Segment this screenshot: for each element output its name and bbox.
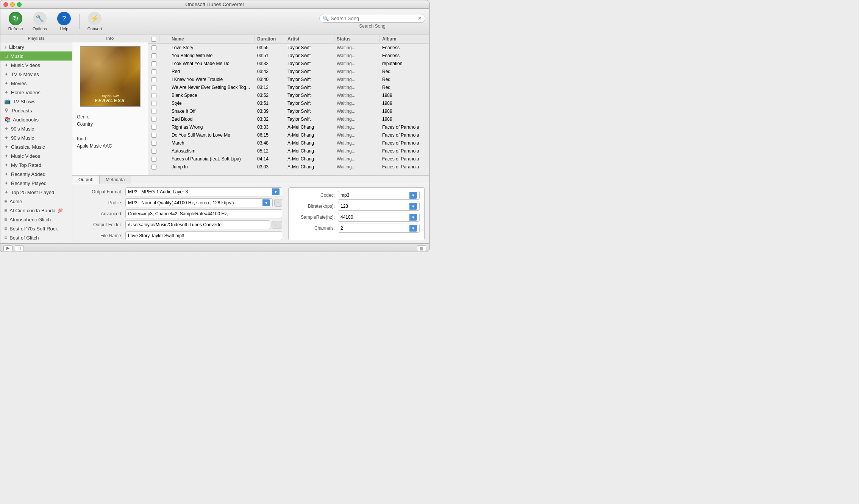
row-checkbox-10[interactable] bbox=[148, 124, 159, 131]
codec-arrow[interactable]: ▼ bbox=[409, 192, 417, 199]
profile-minus-button[interactable]: − bbox=[274, 199, 282, 207]
tab-output[interactable]: Output: bbox=[72, 176, 100, 184]
table-row[interactable]: Do You Still Want to Love Me 06:15 A-Mei… bbox=[148, 131, 429, 139]
sidebar-item-audiobooks[interactable]: 📚Audiobooks bbox=[0, 115, 72, 124]
advanced-control bbox=[125, 209, 282, 218]
sidebar-item-recently-added[interactable]: ✦Recently Added bbox=[0, 170, 72, 179]
table-row[interactable]: Right as Wrong 03:33 A-Mei Chang Waiting… bbox=[148, 123, 429, 131]
sidebar-label-library: Library bbox=[9, 44, 24, 50]
samplerate-select[interactable]: 44100 ▼ bbox=[338, 213, 420, 222]
codec-select[interactable]: mp3 ▼ bbox=[338, 191, 420, 200]
row-checkbox-7[interactable] bbox=[148, 100, 159, 107]
pause-button[interactable]: ⏸ bbox=[15, 245, 24, 251]
bars-button[interactable]: ||| bbox=[417, 245, 426, 251]
table-row[interactable]: Red 03:43 Taylor Swift Waiting... Red bbox=[148, 68, 429, 76]
table-row[interactable]: Bad Blood 03:32 Taylor Swift Waiting... … bbox=[148, 115, 429, 123]
sidebar-item-adele[interactable]: ≡Adele bbox=[0, 197, 72, 206]
table-row[interactable]: Look What You Made Me Do 03:32 Taylor Sw… bbox=[148, 60, 429, 68]
row-checkbox-3[interactable] bbox=[148, 68, 159, 75]
sidebar-icon-my-top-rated: ✦ bbox=[4, 162, 9, 168]
sidebar-item-top-25[interactable]: ✦Top 25 Most Played bbox=[0, 188, 72, 197]
row-checkbox-14[interactable] bbox=[148, 156, 159, 163]
row-artist-12: A-Mei Chang bbox=[285, 139, 334, 147]
maximize-button[interactable] bbox=[17, 2, 22, 7]
sidebar-item-best-glitch[interactable]: ≡Best of Glitch bbox=[0, 233, 72, 242]
bitrate-select[interactable]: 128 ▼ bbox=[338, 202, 420, 211]
output-format-select[interactable]: MP3 - MPEG-1 Audio Layer 3 ▼ bbox=[125, 187, 282, 196]
content-top: Info Taylor Swift FEARLESS Genre Country… bbox=[72, 34, 429, 175]
sidebar-item-al-cien[interactable]: ≡Al Cien con la Banda💯 bbox=[0, 206, 72, 215]
bitrate-arrow[interactable]: ▼ bbox=[409, 203, 417, 210]
sidebar-item-my-top-rated[interactable]: ✦My Top Rated bbox=[0, 160, 72, 170]
browse-button[interactable]: ... bbox=[272, 221, 282, 229]
table-row[interactable]: We Are Never Ever Getting Back Tog... 03… bbox=[148, 84, 429, 92]
sidebar-item-90s-music[interactable]: ✦90's Music bbox=[0, 124, 72, 133]
filename-input[interactable] bbox=[125, 231, 282, 240]
minimize-button[interactable] bbox=[10, 2, 15, 7]
sidebar-item-tv-shows[interactable]: 📺TV Shows bbox=[0, 97, 72, 106]
channels-select[interactable]: 2 ▼ bbox=[338, 224, 420, 233]
sidebar-item-brad-paisley[interactable]: ≡Brad Paisley - Love and Wa bbox=[0, 242, 72, 243]
table-row[interactable]: Shake It Off 03:39 Taylor Swift Waiting.… bbox=[148, 107, 429, 115]
row-checkbox-6[interactable] bbox=[148, 92, 159, 99]
sidebar-item-classical-music[interactable]: ✦Classical Music bbox=[0, 142, 72, 151]
sidebar-item-music-videos[interactable]: ✦Music Videos bbox=[0, 61, 72, 70]
help-button[interactable]: ? Help bbox=[53, 10, 75, 33]
sidebar-item-best-70s[interactable]: ≡Best of '70s Soft Rock bbox=[0, 224, 72, 233]
channels-arrow[interactable]: ▼ bbox=[409, 225, 417, 232]
sidebar-item-home-videos[interactable]: ✦Home Videos bbox=[0, 88, 72, 97]
profile-arrow[interactable]: ▼ bbox=[262, 199, 270, 206]
search-clear-icon[interactable]: ✕ bbox=[418, 16, 422, 21]
table-row[interactable]: Love Story 03:55 Taylor Swift Waiting...… bbox=[148, 44, 429, 52]
row-checkbox-9[interactable] bbox=[148, 116, 159, 123]
filename-control bbox=[125, 231, 282, 240]
row-checkbox-2[interactable] bbox=[148, 60, 159, 67]
table-row[interactable]: I Knew You Were Trouble 03:40 Taylor Swi… bbox=[148, 76, 429, 84]
sidebar-item-podcasts[interactable]: 🎙Podcasts bbox=[0, 106, 72, 115]
row-checkbox-0[interactable] bbox=[148, 44, 159, 51]
convert-button[interactable]: ⚡ Convert bbox=[83, 10, 106, 33]
row-num-9 bbox=[159, 118, 169, 120]
select-all-checkbox[interactable] bbox=[151, 37, 156, 42]
sidebar-item-movies[interactable]: ✦Movies bbox=[0, 79, 72, 88]
options-button[interactable]: 🔧 Options bbox=[28, 10, 51, 33]
table-row[interactable]: Blank Space 03:52 Taylor Swift Waiting..… bbox=[148, 92, 429, 100]
output-format-arrow[interactable]: ▼ bbox=[272, 188, 280, 195]
row-checkbox-5[interactable] bbox=[148, 84, 159, 91]
tab-metadata[interactable]: Metadata bbox=[100, 176, 131, 184]
table-row[interactable]: Style 03:51 Taylor Swift Waiting... 1989 bbox=[148, 100, 429, 107]
advanced-input[interactable] bbox=[125, 209, 282, 218]
table-row[interactable]: March 03:48 A-Mei Chang Waiting... Faces… bbox=[148, 139, 429, 147]
profile-select[interactable]: MP3 - Normal Quality( 44100 Hz, stereo ,… bbox=[125, 198, 273, 207]
play-button[interactable]: ▶ bbox=[3, 245, 12, 251]
sidebar-item-atmospheric-glitch[interactable]: ≡Atmospheric Glitch bbox=[0, 215, 72, 224]
row-checkbox-8[interactable] bbox=[148, 108, 159, 115]
sidebar-item-music-videos-2[interactable]: ✦Music Videos bbox=[0, 151, 72, 160]
row-checkbox-1[interactable] bbox=[148, 52, 159, 59]
row-status-9: Waiting... bbox=[334, 115, 380, 123]
row-checkbox-4[interactable] bbox=[148, 76, 159, 83]
table-row[interactable]: You Belong With Me 03:51 Taylor Swift Wa… bbox=[148, 52, 429, 60]
row-num-2 bbox=[159, 62, 169, 65]
row-checkbox-12[interactable] bbox=[148, 140, 159, 147]
samplerate-arrow[interactable]: ▼ bbox=[409, 214, 417, 221]
sidebar-item-tv-movies[interactable]: ✦TV & Movies bbox=[0, 70, 72, 79]
folder-input[interactable] bbox=[125, 220, 270, 229]
sidebar-item-music[interactable]: ♫Music bbox=[0, 51, 72, 61]
table-header: Name Duration Artist Status Album bbox=[148, 34, 429, 44]
sidebar-item-recently-played[interactable]: ✦Recently Played bbox=[0, 179, 72, 188]
sidebar-item-90s-music-2[interactable]: ✦90's Music bbox=[0, 133, 72, 142]
refresh-button[interactable]: ↻ Refresh bbox=[4, 10, 27, 33]
row-checkbox-11[interactable] bbox=[148, 132, 159, 139]
sidebar-icon-music-videos: ✦ bbox=[4, 62, 9, 68]
table-row[interactable]: Faces of Paranoia (feat. Soft Lipa) 04:1… bbox=[148, 155, 429, 163]
bottom-left-panel: Output Format: MP3 - MPEG-1 Audio Layer … bbox=[77, 187, 282, 240]
sidebar-item-library[interactable]: ♪Library bbox=[0, 42, 72, 51]
search-input[interactable] bbox=[331, 16, 416, 21]
table-row[interactable]: Jump In 03:03 A-Mei Chang Waiting... Fac… bbox=[148, 163, 429, 171]
row-checkbox-13[interactable] bbox=[148, 148, 159, 155]
table-row[interactable]: Autosadism 05:12 A-Mei Chang Waiting... … bbox=[148, 147, 429, 155]
row-checkbox-15[interactable] bbox=[148, 163, 159, 171]
header-select-all[interactable] bbox=[148, 36, 159, 42]
close-button[interactable] bbox=[3, 2, 8, 7]
